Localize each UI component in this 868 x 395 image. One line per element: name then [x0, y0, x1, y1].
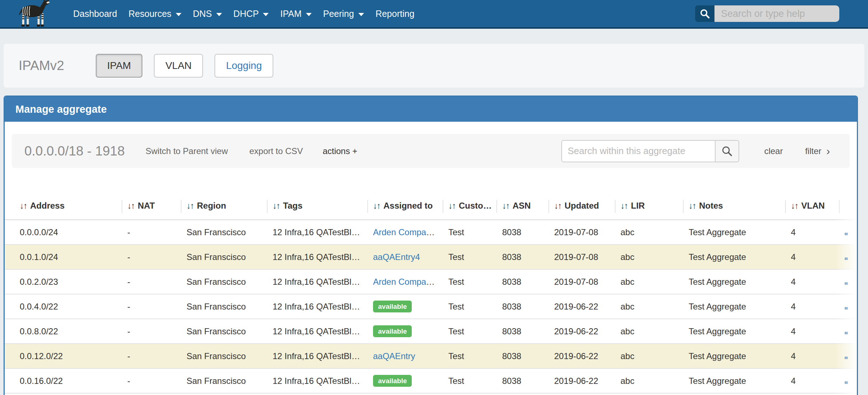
cell-assigned: Arden Compa… [368, 269, 443, 294]
cell-tags: 12 Infra,16 QATestBl… [268, 319, 368, 344]
aggregate-search-button[interactable] [716, 140, 739, 162]
chevron-right-icon: › [826, 146, 830, 157]
global-search-input[interactable] [714, 5, 839, 22]
table-row[interactable]: 0.0.0.0/24 - San Franscisco 12 Infra,16 … [5, 220, 858, 245]
sort-icon[interactable]: ↓↑ [689, 201, 696, 210]
column-header-asn[interactable]: ↓↑ASN [497, 192, 549, 220]
cell-vlan: 4 [786, 245, 840, 269]
nav-item-reporting[interactable]: Reporting [370, 0, 420, 27]
table-row[interactable]: 0.0.16.0/22 - San Franscisco 12 Infra,16… [5, 368, 858, 393]
tab-ipam[interactable]: IPAM [96, 54, 142, 78]
cell-assigned: available [368, 294, 443, 319]
sort-icon[interactable]: ↓↑ [554, 201, 561, 210]
column-header-label: Address [30, 201, 65, 210]
assigned-link-ellipsis: … [426, 227, 435, 237]
switch-parent-view-link[interactable]: Switch to Parent view [146, 146, 228, 156]
okapi-logo-image [14, 0, 54, 27]
tab-vlan[interactable]: VLAN [154, 54, 203, 78]
sort-icon[interactable]: ↓↑ [621, 201, 628, 210]
column-header-custo[interactable]: ↓↑Custo… [443, 192, 497, 220]
cell-lir: abc [615, 294, 684, 319]
column-header-updated[interactable]: ↓↑Updated [549, 192, 615, 220]
nav-item-dhcp[interactable]: DHCP [228, 0, 275, 27]
sort-icon[interactable]: ↓↑ [448, 201, 456, 210]
cell-updated: 2019-06-22 [549, 319, 615, 344]
cell-updated: 2019-06-22 [549, 368, 615, 393]
column-header-address[interactable]: ↓↑Address [5, 192, 122, 220]
cell-notes: Test Aggregate [684, 319, 786, 344]
manage-aggregate-panel: Manage aggregate 0.0.0.0/18 - 1918 Switc… [4, 96, 858, 395]
clear-link[interactable]: clear [764, 146, 783, 156]
cell-address: 0.0.2.0/23 [5, 269, 122, 294]
nav-item-label: Peering [323, 9, 354, 19]
clipped-link-fragment [845, 332, 848, 334]
nav-item-dns[interactable]: DNS [187, 0, 228, 27]
filter-link[interactable]: filter › [805, 146, 830, 157]
sort-icon[interactable]: ↓↑ [273, 201, 280, 210]
available-badge: available [373, 325, 412, 337]
table-row[interactable]: 0.0.12.0/22 - San Franscisco 12 Infra,16… [5, 344, 858, 368]
global-search [695, 5, 839, 22]
cell-customer: Test [443, 220, 497, 245]
column-header-region[interactable]: ↓↑Region [181, 192, 268, 220]
table-row[interactable]: 0.0.8.0/22 - San Franscisco 12 Infra,16 … [5, 319, 858, 344]
column-header-label: ASN [513, 201, 531, 210]
column-header-lir[interactable]: ↓↑LIR [615, 192, 684, 220]
column-header-label: Notes [699, 201, 723, 210]
cell-address: 0.0.4.0/22 [5, 294, 122, 319]
cell-updated: 2019-07-08 [549, 269, 615, 294]
cell-clipped [840, 269, 858, 294]
column-header-label: NAT [138, 201, 155, 210]
aggregate-toolbar: 0.0.0.0/18 - 1918 Switch to Parent view … [12, 134, 850, 168]
sort-icon[interactable]: ↓↑ [20, 201, 27, 210]
column-header-label: LIR [631, 201, 645, 210]
cell-asn: 8038 [497, 245, 549, 269]
sort-icon[interactable]: ↓↑ [502, 201, 509, 210]
sort-icon[interactable]: ↓↑ [127, 201, 135, 210]
cell-assigned: aaQAEntry4 [368, 245, 443, 269]
cell-vlan: 4 [786, 344, 840, 368]
cell-tags: 12 Infra,16 QATestBl… [268, 344, 368, 368]
okapi-logo[interactable] [14, 0, 55, 27]
nav-item-resources[interactable]: Resources [123, 0, 187, 27]
nav-item-ipam[interactable]: IPAM [274, 0, 317, 27]
column-header-nat[interactable]: ↓↑NAT [122, 192, 181, 220]
table-row[interactable]: 0.0.1.0/24 - San Franscisco 12 Infra,16 … [5, 245, 858, 269]
aggregate-search-input[interactable] [561, 140, 716, 162]
column-header-vlan[interactable]: ↓↑VLAN [786, 192, 840, 220]
assigned-link[interactable]: Arden Compa [373, 227, 426, 237]
cell-assigned: aaQAEntry [368, 344, 443, 368]
cell-tags: 12 Infra,16 QATestBl… [268, 294, 368, 319]
column-header-label: Tags [283, 201, 302, 210]
sort-icon[interactable]: ↓↑ [373, 201, 380, 210]
cell-asn: 8038 [497, 220, 549, 245]
assigned-link[interactable]: Arden Compa [373, 277, 426, 287]
nav-item-dashboard[interactable]: Dashboard [67, 0, 123, 27]
column-header-tags[interactable]: ↓↑Tags [268, 192, 368, 220]
table-row[interactable]: 0.0.4.0/22 - San Franscisco 12 Infra,16 … [5, 294, 858, 319]
column-header-assigned-to[interactable]: ↓↑Assigned to [368, 192, 443, 220]
export-csv-link[interactable]: export to CSV [249, 146, 303, 156]
cell-nat: - [122, 319, 181, 344]
tab-logging[interactable]: Logging [214, 54, 273, 78]
table-row[interactable]: 0.0.2.0/23 - San Franscisco 12 Infra,16 … [5, 269, 858, 294]
cell-vlan: 4 [786, 319, 840, 344]
cell-customer: Test [443, 344, 497, 368]
cell-updated: 2019-07-08 [549, 220, 615, 245]
nav-item-peering[interactable]: Peering [317, 0, 370, 27]
cell-customer: Test [443, 319, 497, 344]
sort-icon[interactable]: ↓↑ [791, 201, 798, 210]
column-header-notes[interactable]: ↓↑Notes [684, 192, 786, 220]
sort-icon[interactable]: ↓↑ [187, 201, 194, 210]
actions-menu[interactable]: actions + [323, 146, 358, 156]
cell-notes: Test Aggregate [684, 245, 786, 269]
cell-notes: Test Aggregate [684, 294, 786, 319]
cell-tags: 12 Infra,16 QATestBl… [268, 368, 368, 393]
assigned-link[interactable]: aaQAEntry4 [373, 252, 420, 262]
assigned-link-ellipsis: … [426, 277, 435, 287]
global-search-button[interactable] [695, 5, 714, 22]
column-header-label: Custo… [459, 201, 492, 210]
cell-address: 0.0.1.0/24 [5, 245, 122, 269]
assigned-link[interactable]: aaQAEntry [373, 351, 415, 361]
cell-tags: 12 Infra,16 QATestBl… [268, 220, 368, 245]
